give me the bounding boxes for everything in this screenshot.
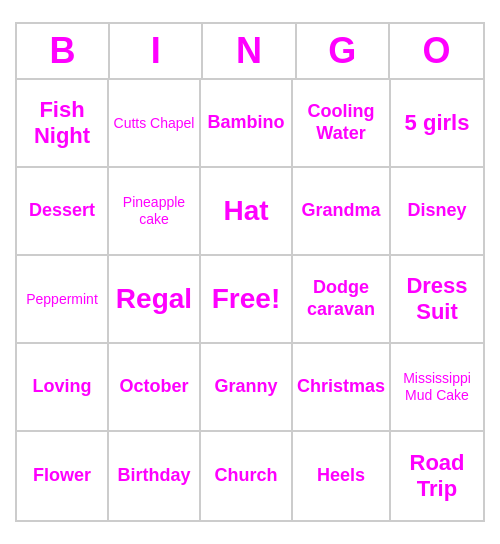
bingo-cell-11: Regal (109, 256, 201, 344)
header-n: N (203, 24, 296, 78)
bingo-cell-10: Peppermint (17, 256, 109, 344)
bingo-card: B I N G O Fish NightCutts ChapelBambinoC… (15, 22, 485, 522)
cell-text-18: Christmas (297, 376, 385, 398)
cell-text-20: Flower (33, 465, 91, 487)
bingo-cell-13: Dodge caravan (293, 256, 391, 344)
cell-text-10: Peppermint (26, 291, 98, 308)
bingo-cell-17: Granny (201, 344, 293, 432)
bingo-grid: Fish NightCutts ChapelBambinoCooling Wat… (17, 80, 483, 520)
header-o: O (390, 24, 483, 78)
bingo-cell-22: Church (201, 432, 293, 520)
cell-text-15: Loving (32, 376, 91, 398)
cell-text-0: Fish Night (21, 97, 103, 150)
bingo-cell-4: 5 girls (391, 80, 483, 168)
cell-text-24: Road Trip (395, 450, 479, 503)
cell-text-17: Granny (214, 376, 277, 398)
bingo-cell-8: Grandma (293, 168, 391, 256)
bingo-cell-24: Road Trip (391, 432, 483, 520)
bingo-cell-21: Birthday (109, 432, 201, 520)
header-i: I (110, 24, 203, 78)
cell-text-7: Hat (223, 194, 268, 228)
bingo-cell-0: Fish Night (17, 80, 109, 168)
cell-text-1: Cutts Chapel (114, 115, 195, 132)
cell-text-11: Regal (116, 282, 192, 316)
cell-text-8: Grandma (301, 200, 380, 222)
bingo-cell-12: Free! (201, 256, 293, 344)
cell-text-16: October (119, 376, 188, 398)
bingo-cell-1: Cutts Chapel (109, 80, 201, 168)
cell-text-19: Mississippi Mud Cake (395, 370, 479, 404)
bingo-cell-15: Loving (17, 344, 109, 432)
cell-text-23: Heels (317, 465, 365, 487)
bingo-cell-3: Cooling Water (293, 80, 391, 168)
bingo-cell-23: Heels (293, 432, 391, 520)
bingo-cell-16: October (109, 344, 201, 432)
bingo-cell-6: Pineapple cake (109, 168, 201, 256)
bingo-cell-2: Bambino (201, 80, 293, 168)
cell-text-12: Free! (212, 282, 280, 316)
cell-text-22: Church (214, 465, 277, 487)
cell-text-2: Bambino (207, 112, 284, 134)
header-b: B (17, 24, 110, 78)
bingo-cell-18: Christmas (293, 344, 391, 432)
bingo-cell-9: Disney (391, 168, 483, 256)
cell-text-14: Dress Suit (395, 273, 479, 326)
cell-text-3: Cooling Water (297, 101, 385, 144)
bingo-cell-7: Hat (201, 168, 293, 256)
bingo-header: B I N G O (17, 24, 483, 80)
bingo-cell-14: Dress Suit (391, 256, 483, 344)
bingo-cell-5: Dessert (17, 168, 109, 256)
cell-text-4: 5 girls (405, 110, 470, 136)
header-g: G (297, 24, 390, 78)
bingo-cell-20: Flower (17, 432, 109, 520)
bingo-cell-19: Mississippi Mud Cake (391, 344, 483, 432)
cell-text-6: Pineapple cake (113, 194, 195, 228)
cell-text-21: Birthday (117, 465, 190, 487)
cell-text-9: Disney (407, 200, 466, 222)
cell-text-5: Dessert (29, 200, 95, 222)
cell-text-13: Dodge caravan (297, 277, 385, 320)
